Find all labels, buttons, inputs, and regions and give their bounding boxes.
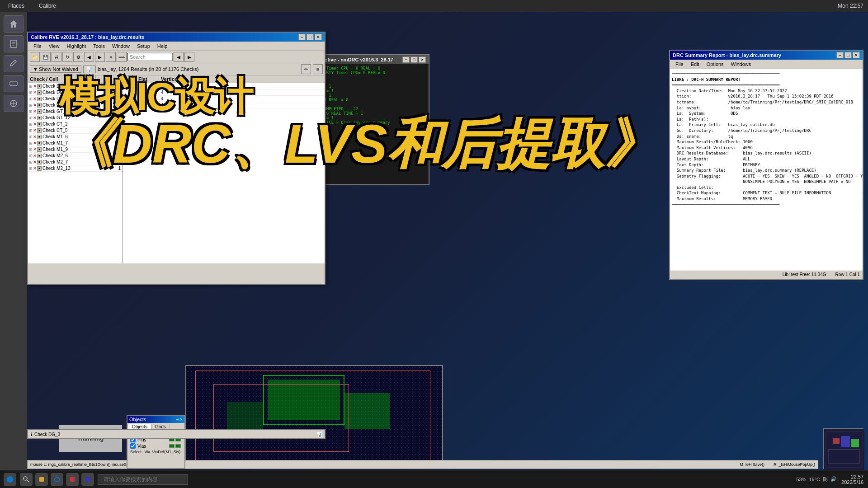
status-right: R: _lxHiMousePopUp() [774, 462, 815, 467]
sidebar-icon-edit[interactable] [4, 55, 24, 72]
calibre-close[interactable]: × [419, 56, 426, 63]
drc-minimize[interactable]: − [836, 52, 844, 58]
sidebar-icon-input[interactable] [4, 75, 24, 92]
row-icon-9: ⊞ ✕ ■ [28, 140, 42, 146]
svg-rect-16 [39, 477, 44, 482]
tb-right-nav[interactable]: ▶ [95, 52, 105, 62]
svg-rect-9 [833, 438, 840, 444]
drc-menu-file[interactable]: File [672, 61, 687, 68]
table-row[interactable]: ⊞ ✕ ■ Check CT_2 188 [28, 121, 123, 127]
taskbar-app5[interactable] [81, 473, 94, 486]
objects-minimize[interactable]: − [176, 417, 179, 422]
tree-expand-11: ⊞ [29, 154, 33, 158]
table-row[interactable]: ⊞ ✕ ■ Check M1_6 1 [28, 134, 123, 140]
calibre-menu[interactable]: Calibre [35, 2, 60, 10]
tb-pencil[interactable]: ✏ [301, 64, 311, 74]
rve-maximize[interactable]: □ [307, 34, 314, 40]
table-row[interactable]: ⊞ ✕ ■ Check GT_4 [28, 102, 123, 108]
drc-close[interactable]: × [853, 52, 860, 58]
drc-maximize[interactable]: □ [844, 52, 852, 58]
error-icon-1: ✕ [33, 90, 37, 95]
table-row[interactable]: ⊞ ✕ ■ Check CT_5 1 [28, 127, 123, 134]
taskbar-app4[interactable] [66, 473, 79, 486]
data-row-0[interactable]: 1 1 4 [123, 83, 325, 89]
sidebar-icon-nav[interactable] [4, 95, 24, 112]
calibre-maximize[interactable]: □ [410, 56, 418, 63]
tb-forward[interactable]: ⟹ [117, 52, 127, 62]
table-row[interactable]: ⊞ ✕ ■ Check M1_7 1 [28, 140, 123, 146]
check-name-5: Check GT_12 [42, 115, 109, 120]
places-menu[interactable]: Places [5, 2, 28, 10]
taskbar-left [0, 473, 792, 486]
error-icon-13: ✕ [33, 166, 37, 171]
tb-left[interactable]: ◀ [84, 52, 94, 62]
layout-rect-red-2 [195, 371, 430, 461]
layout-window[interactable] [185, 365, 443, 469]
rve-menu-highlight[interactable]: Highlight [63, 42, 90, 50]
taskbar-start[interactable] [4, 473, 16, 486]
check-name-1: Check DG_13_G [42, 90, 109, 95]
rve-menu-tools[interactable]: Tools [90, 42, 108, 50]
rve-minimize[interactable]: − [298, 34, 306, 40]
obj-row-vias[interactable]: Vias [128, 443, 184, 449]
row-icon-3: ⊞ ✕ ■ [28, 102, 42, 108]
rve-close[interactable]: × [315, 34, 322, 40]
table-row[interactable]: ⊞ ✕ ■ Check DG_13_G 3 [28, 89, 123, 96]
drc-menu-edit[interactable]: Edit [687, 61, 703, 68]
rve-menu-window[interactable]: Window [108, 42, 133, 50]
drc-menu-windows[interactable]: Windows [727, 61, 755, 68]
via-label: Via [145, 450, 151, 454]
rve-menu-setup[interactable]: Setup [133, 42, 154, 50]
sidebar-icon-home[interactable] [4, 15, 24, 33]
tray-volume[interactable]: 🔊 [830, 476, 837, 482]
table-row[interactable]: ⊞ ✕ ■ Check M1_9 1 [28, 146, 123, 153]
data-row-2[interactable]: 3 1 4 [123, 96, 325, 102]
taskbar-browser[interactable] [51, 473, 63, 486]
filter-bias[interactable]: 📊 [83, 66, 96, 73]
filter-show-not-waived[interactable]: ▼ Show Not Waived [30, 66, 81, 73]
tb-save[interactable]: 💾 [41, 52, 51, 62]
tb-search-prev[interactable]: ◀ [174, 52, 184, 62]
calibre-minimize[interactable]: − [402, 56, 410, 63]
rve-menu-view[interactable]: View [45, 42, 63, 50]
objects-panel: Objects − × Objects Grids Instances Pins [127, 415, 185, 469]
taskbar-files[interactable] [35, 473, 48, 486]
tb-refresh[interactable]: ↻ [62, 52, 72, 62]
row-icon-1: ⊞ ✕ ■ [28, 89, 42, 95]
sidebar-icon-files[interactable] [4, 35, 24, 52]
table-row[interactable]: ⊞ ✕ ■ Check DG_3 4 [28, 83, 123, 89]
rve-menu-help[interactable]: Help [154, 42, 171, 50]
tb-print[interactable]: 🖨 [52, 52, 61, 62]
tree-expand-5: ⊞ [29, 116, 33, 120]
tb-open[interactable]: 📁 [30, 52, 40, 62]
tb-settings[interactable]: ⚙ [73, 52, 83, 62]
tb-search-next[interactable]: ▶ [184, 52, 194, 62]
taskbar-search-icon[interactable] [20, 473, 33, 486]
objects-close[interactable]: × [180, 417, 183, 422]
rve-search-input[interactable] [127, 53, 173, 61]
table-row[interactable]: ⊞ ✕ ■ Check M2_6 1 [28, 153, 123, 159]
desktop-time: Mon 22:57 [838, 3, 863, 9]
check-status-icon[interactable]: 📊 [316, 432, 322, 437]
calibre-controls[interactable]: − □ × [402, 56, 426, 63]
check-vias[interactable] [130, 443, 136, 449]
table-row[interactable]: ⊞ ✕ ■ Check DG_14_G 20 [28, 96, 123, 102]
tree-expand-0: ⊞ [29, 84, 33, 89]
check-name-10: Check M1_9 [42, 147, 109, 152]
data-row-3[interactable]: 4 1 4 [123, 102, 325, 108]
table-row[interactable]: ⊞ ✕ ■ Check GT_11a 2 [28, 108, 123, 115]
row-icon-11: ⊞ ✕ ■ [28, 153, 42, 159]
desktop-menubar: Places Calibre Mon 22:57 [0, 0, 868, 12]
drc-menu-options[interactable]: Options [703, 61, 727, 68]
tb-sun[interactable]: ☀ [106, 52, 116, 62]
tb-list[interactable]: ≡ [313, 64, 323, 74]
table-row[interactable]: ⊞ ✕ ■ Check M2_7 1 [28, 159, 123, 165]
rve-controls[interactable]: − □ × [298, 34, 322, 40]
drc-controls[interactable]: − □ × [836, 52, 860, 58]
table-row[interactable]: ⊞ ✕ ■ Check GT_12 1 [28, 115, 123, 121]
taskbar-search-input[interactable] [98, 474, 188, 485]
data-row-1[interactable]: 2 1 4 [123, 89, 325, 96]
rve-menu-file[interactable]: File [30, 42, 45, 50]
table-row[interactable]: ⊞ ✕ ■ Check M2_13 1 [28, 165, 123, 172]
tree-expand-4: ⊞ [29, 109, 33, 114]
